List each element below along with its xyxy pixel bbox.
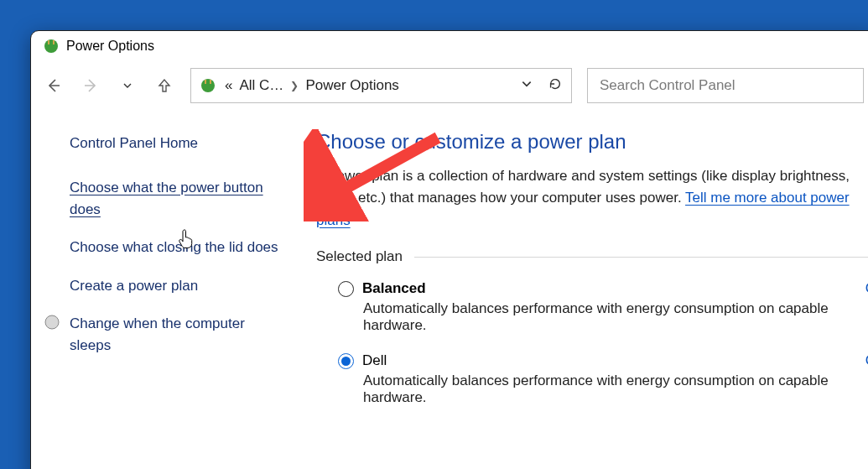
sidebar-item-closing-lid[interactable]: Choose what closing the lid does — [70, 237, 283, 258]
breadcrumb-crumb[interactable]: Power Options — [305, 77, 399, 94]
window-title: Power Options — [66, 39, 154, 54]
plan-description: Automatically balances performance with … — [338, 373, 868, 406]
control-panel-home-link[interactable]: Control Panel Home — [70, 135, 283, 152]
radio-dell[interactable] — [338, 353, 354, 369]
search-input[interactable]: Search Control Panel — [587, 68, 864, 103]
toolbar: « All C… ❯ Power Options Search Control … — [31, 60, 868, 115]
nav-back-button[interactable] — [43, 75, 65, 96]
svg-rect-5 — [210, 80, 211, 84]
sidebar-item-power-button[interactable]: Choose what the power button does — [70, 177, 283, 220]
breadcrumb[interactable]: « All C… ❯ Power Options — [225, 77, 512, 94]
selected-plan-group: Selected plan — [316, 248, 868, 265]
page-heading: Choose or customize a power plan — [316, 130, 868, 154]
power-plan-option: Dell Automatically balances performance … — [316, 352, 868, 406]
refresh-button[interactable] — [548, 76, 563, 95]
breadcrumb-prefix: « — [225, 77, 232, 94]
nav-forward-button[interactable] — [80, 75, 101, 96]
group-label: Selected plan — [316, 248, 403, 265]
breadcrumb-crumb[interactable]: All C… — [239, 77, 283, 94]
divider — [414, 257, 868, 258]
shield-icon — [44, 315, 60, 330]
nav-recent-dropdown[interactable] — [117, 75, 138, 96]
plan-description: Automatically balances performance with … — [338, 300, 868, 334]
svg-rect-1 — [48, 40, 49, 44]
plan-name: Balanced — [362, 280, 426, 297]
sidebar-item-change-sleep[interactable]: Change when the computer sleeps — [70, 313, 283, 356]
power-plug-icon — [200, 77, 216, 94]
svg-point-3 — [201, 79, 215, 92]
plan-name: Dell — [362, 352, 387, 369]
sidebar-item-create-plan[interactable]: Create a power plan — [70, 275, 283, 297]
main-content: Choose or customize a power plan A power… — [291, 115, 868, 469]
chevron-right-icon[interactable]: ❯ — [290, 80, 299, 91]
titlebar: Power Options — [31, 31, 868, 60]
radio-balanced[interactable] — [338, 281, 354, 297]
sidebar-item-label: Change when the computer sleeps — [70, 315, 245, 353]
address-history-dropdown[interactable] — [521, 78, 533, 93]
power-plug-icon — [43, 38, 60, 55]
nav-up-button[interactable] — [153, 75, 175, 96]
svg-rect-4 — [205, 80, 206, 84]
sidebar: Control Panel Home Choose what the power… — [31, 115, 291, 469]
svg-point-0 — [44, 39, 58, 53]
address-bar[interactable]: « All C… ❯ Power Options — [190, 68, 572, 103]
power-options-window: Power Options « All C… ❯ Power Options — [30, 30, 868, 469]
svg-rect-2 — [53, 40, 55, 44]
svg-point-6 — [45, 315, 59, 329]
page-description: A power plan is a collection of hardware… — [316, 165, 868, 232]
power-plan-option: Balanced Automatically balances performa… — [316, 280, 868, 334]
